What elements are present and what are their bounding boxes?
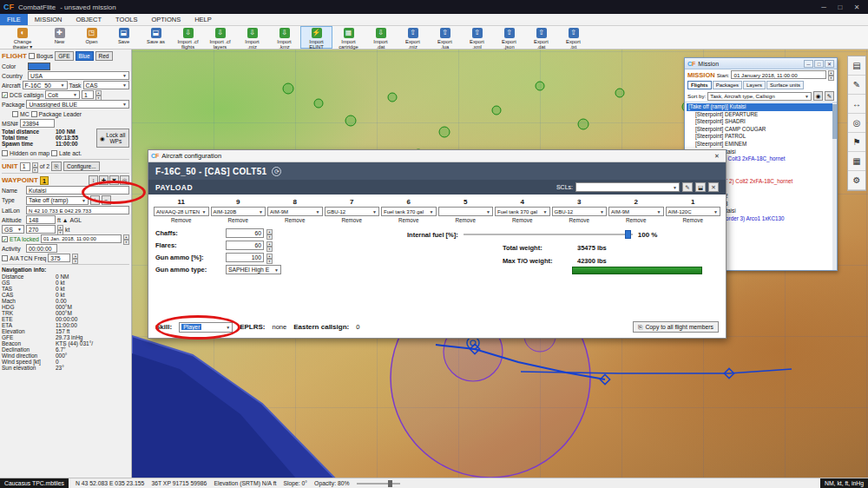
pylon-store-dropdown[interactable]: Fuel tank 370 gal▼ [381, 207, 437, 216]
pylon-remove-link[interactable]: Remove [456, 217, 476, 223]
wp-gs-input[interactable]: 270 [26, 225, 56, 234]
toolbar-button[interactable]: ✚ New [43, 26, 76, 49]
callsign-number-input[interactable]: 1 [82, 90, 94, 99]
menu-item[interactable]: OBJECT [69, 14, 109, 25]
flight-color-swatch[interactable] [28, 63, 50, 70]
unit-number-input[interactable]: 1 [20, 162, 30, 171]
toolbar-button[interactable]: ⬓ Save [108, 26, 140, 49]
mc-checkbox[interactable] [12, 111, 18, 117]
eta-input[interactable]: 01 Jan. 2018, 11:00:00 [41, 234, 122, 243]
pylon-remove-link[interactable]: Remove [228, 217, 248, 223]
freq-stepper[interactable]: ▴▾ [72, 254, 78, 262]
mission-tree-item[interactable]: [Steerpoint] SHADRI [687, 118, 837, 126]
task-dropdown[interactable]: CAS▼ [83, 81, 129, 89]
toolbar-button[interactable]: ◳ Open [76, 26, 108, 49]
copy-to-flight-button[interactable]: ⎘ Copy to all flight members [633, 321, 719, 333]
bogus-checkbox[interactable] [29, 53, 35, 59]
toolbar-button[interactable]: ▦ Import cartridge [332, 26, 365, 49]
fuel-slider-thumb[interactable] [625, 230, 631, 239]
pylon-remove-link[interactable]: Remove [569, 217, 589, 223]
opacity-slider-thumb[interactable] [388, 480, 392, 487]
mission-tree-item[interactable]: [Take off (ramp)] Kutaisi [687, 103, 837, 111]
package-leader-checkbox[interactable] [31, 111, 37, 117]
flares-stepper[interactable]: ▴▾ [266, 241, 273, 250]
internal-fuel-slider[interactable] [464, 230, 633, 239]
maximize-button[interactable]: □ [832, 2, 848, 12]
red-coalition-button[interactable]: Red [95, 51, 113, 61]
wp-type-dropdown[interactable]: Take off (ramp)▼ [26, 196, 89, 205]
wp-gs-stepper[interactable]: ▴▾ [57, 225, 63, 234]
mission-start-stepper[interactable]: ▴▾ [828, 70, 834, 79]
mission-minimize-button[interactable]: ─ [804, 60, 813, 68]
pylon-store-dropdown[interactable]: AIM-9M▼ [608, 207, 664, 216]
scls-delete-icon[interactable]: ✕ [708, 182, 719, 192]
toolbar-button[interactable]: ⇩ Import .cf flights [172, 26, 204, 49]
chaffs-stepper[interactable]: ▴▾ [266, 229, 273, 238]
pylon-remove-link[interactable]: Remove [171, 217, 191, 223]
pylon-store-dropdown[interactable]: AIM-120B▼ [211, 207, 266, 216]
country-dropdown[interactable]: USA▼ [28, 71, 129, 80]
map-tool-button[interactable]: ⚑ [848, 133, 865, 152]
wp-gs-dropdown[interactable]: GS▼ [2, 225, 24, 234]
wp-latlon-input[interactable]: N 42 10.733 E 042 29.733 [26, 206, 129, 214]
pylon-remove-link[interactable]: Remove [512, 217, 532, 223]
mission-panel-titlebar[interactable]: CF Mission ─ □ ✕ [685, 58, 837, 69]
edit-icon[interactable]: ✎ [825, 91, 834, 101]
mission-maximize-button[interactable]: □ [814, 60, 824, 68]
eta-stepper[interactable]: ▴▾ [123, 234, 129, 243]
pylon-remove-link[interactable]: Remove [683, 217, 703, 223]
close-button[interactable]: ✕ [849, 2, 865, 12]
late-act-checkbox[interactable] [51, 150, 57, 156]
package-dropdown[interactable]: Unassigned BLUE▼ [26, 100, 129, 109]
map-tool-button[interactable]: ◎ [848, 114, 865, 133]
pylon-store-dropdown[interactable]: AIM-120C▼ [666, 207, 721, 216]
pylon-store-dropdown[interactable]: Fuel tank 370 gal▼ [495, 207, 550, 216]
freq-input[interactable]: 375 [48, 254, 70, 262]
mission-tab[interactable]: Flights [687, 81, 712, 89]
pylon-remove-link[interactable]: Remove [398, 217, 418, 223]
menu-item[interactable]: FILE [0, 14, 28, 25]
aircraft-dropdown[interactable]: F-16C_50▼ [23, 81, 68, 89]
unit-number-stepper[interactable]: ▴▾ [32, 162, 38, 171]
toolbar-button[interactable]: ⇩ Import .dat [365, 26, 397, 49]
gun-ammo-input[interactable]: 100 [226, 253, 264, 262]
wp-altitude-input[interactable]: 148 [26, 215, 56, 224]
toolbar-button[interactable]: ⇩ Import .kmz [268, 26, 300, 49]
mission-tree-item[interactable]: [Steerpoint] EMINEM [687, 141, 837, 148]
hidden-on-map-checkbox[interactable] [2, 150, 8, 156]
mission-tab[interactable]: Packages [713, 81, 742, 89]
flares-input[interactable]: 60 [226, 241, 264, 250]
eye-icon[interactable]: ◉ [813, 91, 823, 101]
minimize-button[interactable]: ─ [816, 2, 832, 12]
map-tool-button[interactable]: ⚙ [848, 171, 865, 190]
map-tool-button[interactable]: ▦ [848, 152, 865, 171]
toolbar-button[interactable]: ⬓ Save as [140, 26, 172, 49]
aatcn-checkbox[interactable] [2, 255, 8, 261]
toolbar-button[interactable]: ⇩ Import .miz [236, 26, 268, 49]
mission-start-input[interactable]: 01 January 2018, 11:00:00 [731, 70, 826, 79]
pylon-remove-link[interactable]: Remove [285, 217, 305, 223]
gun-type-dropdown[interactable]: SAPHEI High E▼ [226, 265, 281, 274]
menu-item[interactable]: HELP [187, 14, 219, 25]
sort-by-dropdown[interactable]: Task, Aircraft type, Callsign ▼ [707, 92, 812, 101]
pylon-store-dropdown[interactable]: AIM-9M▼ [267, 207, 323, 216]
mission-tab[interactable]: Surface units [766, 81, 804, 89]
toolbar-button[interactable]: ◐ Change theater ▾ [2, 26, 43, 49]
blue-coalition-button[interactable]: Blue [76, 51, 94, 61]
dcs-callsign-checkbox[interactable]: ✓ [2, 92, 8, 98]
pylon-remove-link[interactable]: Remove [626, 217, 646, 223]
refresh-icon[interactable]: ⟳ [272, 167, 281, 176]
pylon-store-dropdown[interactable]: ▼ [438, 207, 494, 216]
lock-all-wps-button[interactable]: ◉ Lock all WPs [96, 129, 129, 148]
mission-close-button[interactable]: ✕ [825, 60, 834, 68]
map-tool-button[interactable]: ↔ [848, 95, 865, 114]
toolbar-button[interactable]: ⇧ Export .xml [461, 26, 493, 49]
map-tool-button[interactable]: ✎ [848, 76, 865, 95]
toolbar-button[interactable]: ⇩ Import .cf layers [204, 26, 236, 49]
toolbar-button[interactable]: ⇧ Export .dat [525, 26, 557, 49]
scls-save-icon[interactable]: ⬓ [695, 182, 706, 192]
map-tool-button[interactable]: ▤ [848, 56, 865, 76]
mission-tree-item[interactable]: [Steerpoint] PATROL [687, 133, 837, 141]
gun-ammo-stepper[interactable]: ▴▾ [266, 254, 273, 262]
gfe-button[interactable]: GFE [55, 51, 73, 61]
